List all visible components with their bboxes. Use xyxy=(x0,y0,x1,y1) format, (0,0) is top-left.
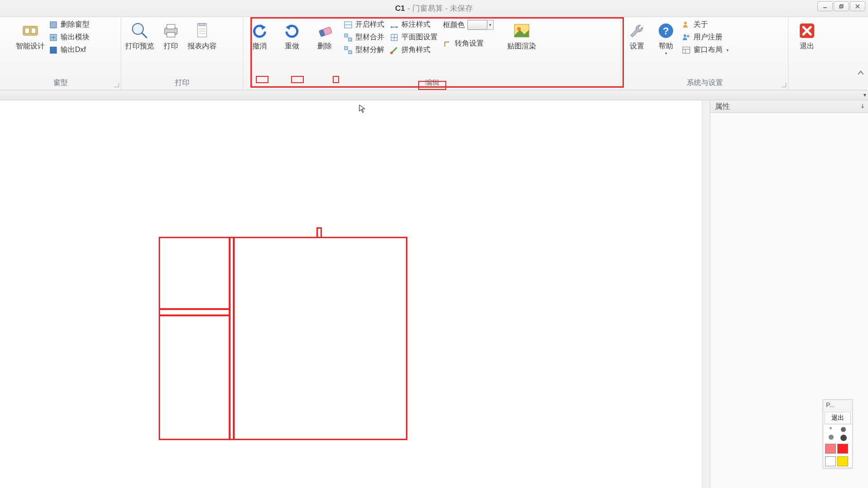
ribbon: 智能设计 删除窗型 输出模块 输出Dxf 窗型 xyxy=(0,17,868,90)
window-layout-button[interactable]: 窗口布局 ▾ xyxy=(682,45,729,55)
ribbon-group-window: 智能设计 删除窗型 输出模块 输出Dxf 窗型 xyxy=(0,17,121,90)
corner-settings-button[interactable]: 转角设置 xyxy=(443,39,494,48)
window-output-list: 删除窗型 输出模块 输出Dxf xyxy=(49,19,90,55)
window-controls xyxy=(817,1,865,11)
delete-label: 删除 xyxy=(317,42,332,51)
vertical-scrollbar[interactable] xyxy=(702,100,710,488)
undo-button[interactable]: 撤消 xyxy=(246,19,273,51)
annotation-icon xyxy=(390,20,399,29)
plan-settings-button[interactable]: 平面图设置 xyxy=(390,33,438,42)
svg-rect-26 xyxy=(344,34,348,37)
swatch-white[interactable] xyxy=(825,456,836,466)
layout-dropdown-icon[interactable]: ▾ xyxy=(726,48,729,52)
register-button[interactable]: 用户注册 xyxy=(682,33,729,42)
magnifier-icon xyxy=(130,21,150,41)
pin-icon[interactable] xyxy=(860,103,865,109)
close-button[interactable] xyxy=(850,1,865,11)
properties-content: P... 退出 xyxy=(710,113,868,488)
svg-rect-14 xyxy=(167,24,175,29)
delete-window-type-label: 删除窗型 xyxy=(61,20,90,29)
cutoff-button[interactable] xyxy=(3,19,12,21)
swatch-red[interactable] xyxy=(837,444,848,454)
open-style-button[interactable]: 开启样式 xyxy=(344,20,384,29)
dot-large-icon[interactable] xyxy=(841,427,846,432)
about-icon xyxy=(682,20,691,29)
about-button[interactable]: 关于 xyxy=(682,20,729,29)
print-label: 打印 xyxy=(164,42,178,51)
splice-style-button[interactable]: 拼角样式 xyxy=(390,45,438,55)
ribbon-collapse-button[interactable] xyxy=(857,69,864,76)
sys-list: 关于 用户注册 窗口布局 ▾ xyxy=(682,19,729,55)
sys-group-launcher-icon[interactable] xyxy=(782,83,786,87)
delete-button[interactable]: 删除 xyxy=(311,19,338,51)
svg-rect-38 xyxy=(683,47,690,53)
profile-merge-button[interactable]: 型材合并 xyxy=(344,33,384,42)
splice-icon xyxy=(390,46,399,55)
print-preview-label: 打印预览 xyxy=(125,42,154,51)
help-dropdown-icon[interactable]: ▾ xyxy=(665,51,667,56)
register-label: 用户注册 xyxy=(693,33,722,42)
layout-icon xyxy=(682,46,691,55)
group-window-label: 窗型 xyxy=(0,77,121,89)
texture-render-label: 贴图渲染 xyxy=(507,42,536,51)
canvas[interactable] xyxy=(0,100,702,488)
swatch-yellow[interactable] xyxy=(837,456,848,466)
dot-small-icon[interactable] xyxy=(830,427,832,429)
exit-button[interactable]: 退出 xyxy=(791,19,823,51)
exit-icon xyxy=(797,21,817,41)
properties-title-text: 属性 xyxy=(715,101,730,112)
delete-window-icon xyxy=(49,20,58,29)
svg-rect-17 xyxy=(199,23,205,26)
svg-rect-2 xyxy=(840,5,843,7)
title-doc-name: C1 xyxy=(395,4,405,13)
restore-button[interactable] xyxy=(834,1,849,11)
svg-rect-7 xyxy=(31,28,36,33)
corner-settings-label: 转角设置 xyxy=(455,39,484,48)
redo-button[interactable]: 重做 xyxy=(278,19,306,51)
undo-label: 撤消 xyxy=(252,42,267,51)
profile-split-icon xyxy=(344,46,353,55)
svg-rect-29 xyxy=(349,51,352,54)
svg-point-11 xyxy=(132,23,143,34)
minimize-button[interactable] xyxy=(817,1,833,11)
swatch-lightred[interactable] xyxy=(825,444,836,454)
frame-color-dropdown[interactable]: ▾ xyxy=(487,20,494,30)
titlebar: C1 - 门窗易算 - 未保存 xyxy=(0,0,868,17)
dot-dark-icon[interactable] xyxy=(840,435,847,441)
help-button[interactable]: ? 帮助 ▾ xyxy=(653,19,679,56)
help-icon: ? xyxy=(656,21,676,41)
ribbon-group-print: 打印预览 打印 报表内容 打印 xyxy=(121,17,243,90)
output-dxf-button[interactable]: 输出Dxf xyxy=(49,45,90,55)
dot-gray-icon[interactable] xyxy=(829,435,834,440)
doc-tab-dropdown[interactable]: ▾ xyxy=(863,92,866,98)
output-module-icon xyxy=(49,33,58,42)
drawing-outer-frame xyxy=(159,237,407,440)
svg-rect-8 xyxy=(50,22,57,28)
settings-button[interactable]: 设置 xyxy=(624,19,650,51)
open-style-icon xyxy=(344,20,353,29)
workspace: 属性 P... 退出 xyxy=(0,100,868,488)
profile-split-label: 型材分解 xyxy=(355,45,384,55)
properties-panel: 属性 P... 退出 xyxy=(710,100,868,488)
drawing-vert-mullion-1 xyxy=(229,237,231,440)
profile-merge-icon xyxy=(344,33,353,42)
report-icon xyxy=(192,21,212,41)
window-layout-label: 窗口布局 xyxy=(693,45,722,55)
floater-color-row-1 xyxy=(823,442,852,455)
print-button[interactable]: 打印 xyxy=(158,19,184,51)
output-module-button[interactable]: 输出模块 xyxy=(49,33,90,42)
print-preview-button[interactable]: 打印预览 xyxy=(124,19,156,51)
ribbon-group-exit: 退出 xyxy=(788,17,829,90)
profile-style-list: 开启样式 型材合并 型材分解 xyxy=(344,19,384,55)
svg-rect-1 xyxy=(840,5,842,8)
profile-split-button[interactable]: 型材分解 xyxy=(344,45,384,55)
delete-window-type-button[interactable]: 删除窗型 xyxy=(49,20,90,29)
texture-render-button[interactable]: 贴图渲染 xyxy=(503,19,541,51)
floater-exit-button[interactable]: 退出 xyxy=(825,412,851,424)
frame-color-swatch[interactable] xyxy=(467,20,487,30)
annotation-style-button[interactable]: 标注样式 xyxy=(390,20,438,29)
smart-design-button[interactable]: 智能设计 xyxy=(14,19,46,51)
color-floater[interactable]: P... 退出 xyxy=(823,399,853,468)
report-content-button[interactable]: 报表内容 xyxy=(186,19,218,51)
group-launcher-icon[interactable] xyxy=(114,83,119,87)
